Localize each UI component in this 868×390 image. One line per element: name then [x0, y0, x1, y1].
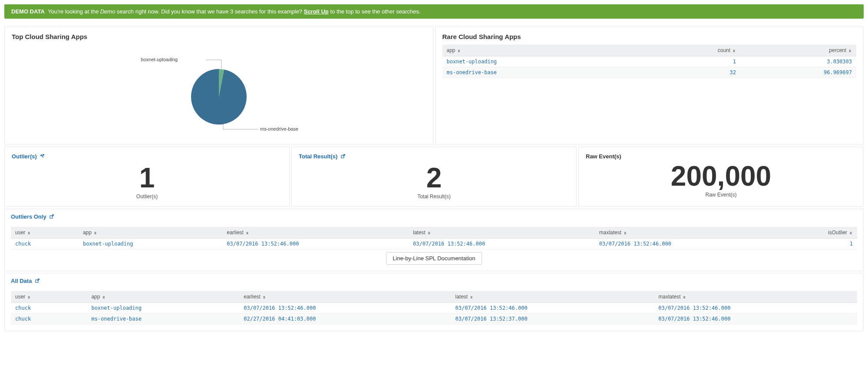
pie-label-boxnet: boxnet-uploading [141, 57, 177, 62]
cell-latest: 03/07/2016 13:52:46.000 [409, 239, 595, 249]
col-latest[interactable]: latest [409, 227, 595, 239]
spl-documentation-button[interactable]: Line-by-Line SPL Documentation [386, 252, 482, 265]
col-maxlatest[interactable]: maxlatest [595, 227, 772, 239]
pie-chart: boxnet-uploading ms-onedrive-base [12, 45, 426, 140]
cell-count: 32 [637, 67, 740, 78]
cell-latest: 03/07/2016 13:52:46.000 [451, 303, 654, 314]
cell-app: ms-onedrive-base [442, 67, 637, 78]
col-latest[interactable]: latest [451, 291, 654, 303]
external-link-icon [35, 279, 40, 283]
cell-app: boxnet-uploading [442, 56, 637, 67]
raw-events-title: Raw Event(s) [586, 153, 856, 160]
table-row[interactable]: chuck ms-onedrive-base 02/27/2016 04:41:… [11, 314, 857, 324]
external-link-icon [40, 154, 44, 158]
col-user[interactable]: user [11, 291, 87, 303]
cell-app: boxnet-uploading [79, 239, 222, 249]
col-earliest[interactable]: earliest [222, 227, 409, 239]
cell-user: chuck [11, 239, 79, 249]
col-count[interactable]: count [637, 45, 740, 56]
table-row[interactable]: chuck boxnet-uploading 03/07/2016 13:52:… [11, 239, 857, 249]
table-row[interactable]: boxnet-uploading 1 3.030303 [442, 56, 857, 67]
cell-latest: 03/07/2016 13:52:37.000 [451, 314, 654, 324]
cell-app: boxnet-uploading [87, 303, 239, 314]
total-results-value: 2 [299, 164, 569, 192]
col-user[interactable]: user [11, 227, 79, 239]
all-data-title-link[interactable]: All Data [11, 278, 40, 284]
outliers-value: 1 [12, 164, 282, 192]
cell-percent: 96.969697 [740, 67, 856, 78]
outliers-title-link[interactable]: Outlier(s) [12, 153, 282, 160]
banner-prefix: DEMO DATA [11, 8, 45, 15]
cell-user: chuck [11, 314, 87, 324]
raw-events-sublabel: Raw Event(s) [586, 192, 856, 198]
total-results-title-link[interactable]: Total Result(s) [299, 153, 569, 160]
col-app[interactable]: app [79, 227, 222, 239]
pie-slice-ms-onedrive-base[interactable] [191, 69, 247, 125]
table-row[interactable]: chuck boxnet-uploading 03/07/2016 13:52:… [11, 303, 857, 314]
cell-user: chuck [11, 303, 87, 314]
banner-demo-word: Demo [100, 8, 116, 15]
col-percent[interactable]: percent [740, 45, 856, 56]
col-isoutlier[interactable]: isOutlier [772, 227, 857, 239]
cell-earliest: 03/07/2016 13:52:46.000 [222, 239, 409, 249]
top-cloud-title: Top Cloud Sharing Apps [12, 33, 426, 40]
cell-isoutlier: 1 [772, 239, 857, 249]
cell-app: ms-onedrive-base [87, 314, 239, 324]
all-data-section: All Data user app earliest latest maxlat… [4, 273, 864, 331]
cell-earliest: 03/07/2016 13:52:46.000 [239, 303, 451, 314]
top-cloud-sharing-apps-panel: Top Cloud Sharing Apps boxnet-uploading … [4, 26, 433, 145]
outliers-only-table: user app earliest latest maxlatest isOut… [11, 227, 857, 249]
cell-maxlatest: 03/07/2016 13:52:46.000 [654, 303, 857, 314]
raw-events-stat-panel: Raw Event(s) 200,000 Raw Event(s) [578, 147, 864, 207]
pie-label-onedrive: ms-onedrive-base [260, 126, 298, 131]
total-results-stat-panel: Total Result(s) 2 Total Result(s) [291, 147, 577, 207]
raw-events-value: 200,000 [586, 162, 856, 190]
banner-text-2: search right now. Did you know that we h… [117, 8, 304, 15]
rare-cloud-sharing-apps-panel: Rare Cloud Sharing Apps app count percen… [435, 26, 864, 145]
outliers-only-title-link[interactable]: Outliers Only [11, 213, 54, 220]
col-app[interactable]: app [87, 291, 239, 303]
banner-text-3: to the top to see the other searches. [330, 8, 420, 15]
cell-count: 1 [637, 56, 740, 67]
all-data-table: user app earliest latest maxlatest chuck… [11, 291, 857, 324]
rare-cloud-table: app count percent boxnet-uploading 1 3.0… [442, 45, 857, 78]
scroll-up-link[interactable]: Scroll Up [304, 8, 329, 15]
external-link-icon [341, 154, 345, 158]
cell-earliest: 02/27/2016 04:41:03.000 [239, 314, 451, 324]
col-maxlatest[interactable]: maxlatest [654, 291, 857, 303]
demo-data-banner: DEMO DATA You're looking at the Demo sea… [4, 4, 864, 19]
banner-text-1: You're looking at the [48, 8, 100, 15]
rare-cloud-title: Rare Cloud Sharing Apps [442, 33, 857, 40]
cell-percent: 3.030303 [740, 56, 856, 67]
col-app[interactable]: app [442, 45, 637, 56]
table-row[interactable]: ms-onedrive-base 32 96.969697 [442, 67, 857, 78]
outliers-sublabel: Outlier(s) [12, 193, 282, 200]
total-results-sublabel: Total Result(s) [299, 193, 569, 200]
external-link-icon [50, 214, 54, 219]
cell-maxlatest: 03/07/2016 13:52:46.000 [654, 314, 857, 324]
col-earliest[interactable]: earliest [239, 291, 451, 303]
outliers-only-section: Outliers Only user app earliest latest m… [4, 209, 864, 271]
outliers-stat-panel: Outlier(s) 1 Outlier(s) [4, 147, 290, 207]
cell-maxlatest: 03/07/2016 13:52:46.000 [595, 239, 772, 249]
